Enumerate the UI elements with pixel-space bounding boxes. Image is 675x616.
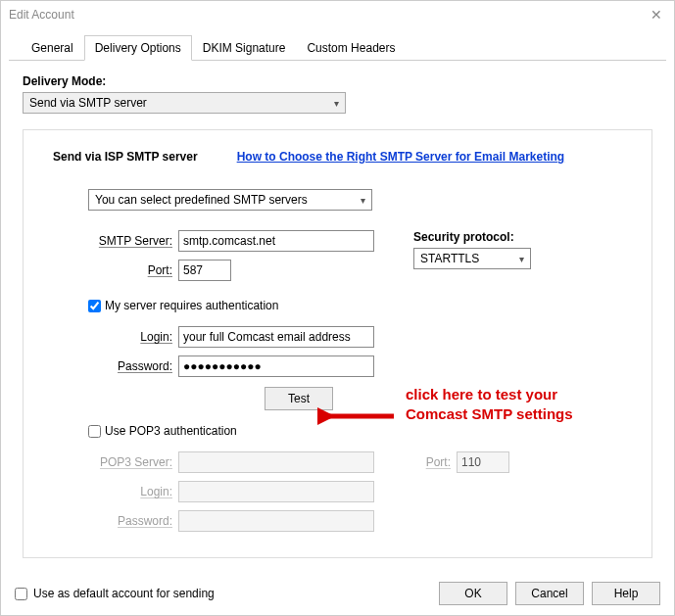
tab-delivery-options[interactable]: Delivery Options [84,35,192,61]
tab-custom-headers[interactable]: Custom Headers [296,35,406,61]
arrow-icon [317,403,396,430]
security-protocol-select[interactable]: STARTTLS ▾ [413,248,531,269]
smtp-fieldset: Send via ISP SMTP server How to Choose t… [23,129,652,558]
tab-general[interactable]: General [21,35,84,61]
callout-text: click here to test your Comcast SMTP set… [406,385,611,423]
auth-required-label: My server requires authentication [105,299,278,312]
default-account-label: Use as default account for sending [33,587,215,600]
help-button[interactable]: Help [592,582,660,605]
help-link[interactable]: How to Choose the Right SMTP Server for … [237,150,565,164]
delivery-mode-label: Delivery Mode: [23,74,652,88]
tab-dkim-signature[interactable]: DKIM Signature [192,35,297,61]
pop3-port-label: Port: [417,455,457,469]
tabstrip: General Delivery Options DKIM Signature … [9,28,666,61]
login-label: Login: [88,330,178,344]
section-title: Send via ISP SMTP server [53,150,198,164]
chevron-down-icon: ▾ [334,98,339,109]
smtp-server-label: SMTP Server: [88,234,178,248]
pop3-login-label: Login: [88,485,178,498]
tab-content: Delivery Mode: Send via SMTP server ▾ Se… [1,61,674,572]
pop3-password-label: Password: [88,514,178,528]
pop3-auth-checkbox[interactable] [88,425,101,438]
pop3-password-input [178,510,374,532]
pop3-auth-label: Use POP3 authentication [105,424,237,438]
security-protocol-value: STARTTLS [420,252,479,265]
smtp-port-label: Port: [88,263,178,277]
pop3-server-label: POP3 Server: [88,455,178,469]
titlebar: Edit Account ✕ [1,1,674,28]
chevron-down-icon: ▾ [361,195,365,206]
auth-required-checkbox[interactable] [88,300,101,312]
chevron-down-icon: ▾ [519,254,524,264]
default-account-checkbox[interactable] [15,588,27,600]
password-input[interactable] [178,355,374,377]
pop3-login-input [178,481,374,502]
cancel-button[interactable]: Cancel [515,582,584,605]
predefined-smtp-select[interactable]: You can select predefined SMTP servers ▾ [88,189,372,211]
security-protocol-label: Security protocol: [413,230,531,244]
delivery-mode-value: Send via SMTP server [29,96,147,110]
bottom-bar: Use as default account for sending OK Ca… [1,572,674,615]
close-icon[interactable]: ✕ [647,7,666,23]
pop3-server-input [178,451,374,473]
smtp-port-input[interactable] [178,260,231,281]
smtp-server-input[interactable] [178,230,374,252]
window-title: Edit Account [9,8,74,22]
edit-account-window: Edit Account ✕ General Delivery Options … [0,0,675,616]
login-input[interactable] [178,326,374,348]
pop3-port-input [457,451,509,473]
password-label: Password: [88,359,178,373]
predefined-smtp-value: You can select predefined SMTP servers [95,193,308,207]
ok-button[interactable]: OK [439,582,507,605]
delivery-mode-select[interactable]: Send via SMTP server ▾ [23,92,346,114]
